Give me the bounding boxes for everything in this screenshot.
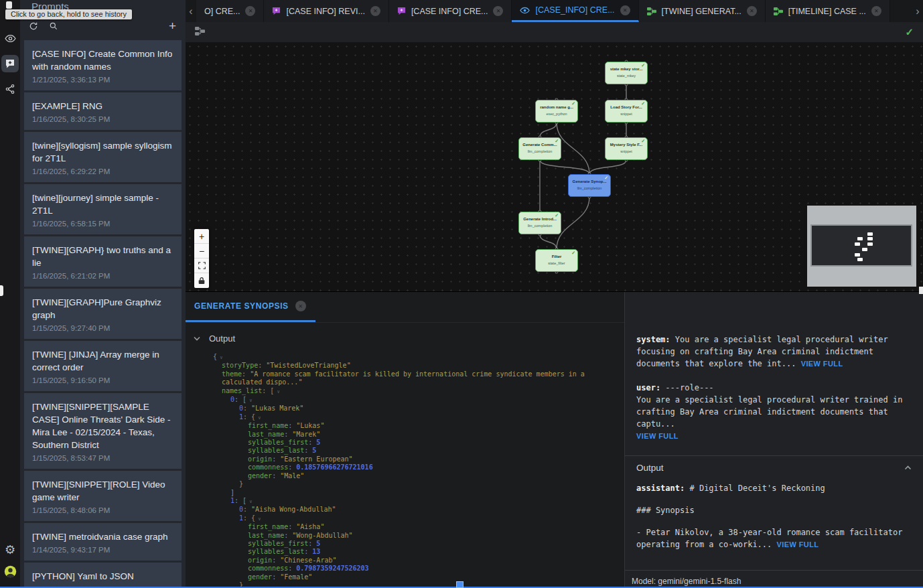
prompt-list-item[interactable]: [TWINE] metroidvania case graph1/14/2025…	[24, 523, 182, 561]
scrollbar-thumb[interactable]	[456, 581, 464, 588]
graph-canvas[interactable]: + − state mkey stor...state_mkey✓random …	[186, 42, 923, 291]
graph-node-filter[interactable]: Filterstate_filter✓	[535, 249, 578, 272]
prompt-timestamp: 1/15/2025, 8:48:06 PM	[32, 506, 173, 514]
prompt-list-item[interactable]: [EXAMPLE] RNG1/16/2025, 8:30:25 PM	[24, 92, 182, 130]
prompt-title: [TWINE] [JINJA] Array merge in correct o…	[32, 348, 173, 374]
code-line: calculated dispo..."	[213, 378, 624, 386]
code-line: origin: "Chinese-Arab"	[213, 557, 624, 565]
code-line: last_name: "Marek"	[213, 431, 624, 439]
prompt-title: [TWINE][GRAPH]Pure Graphviz graph	[32, 296, 173, 321]
lock-button[interactable]	[194, 273, 209, 288]
check-icon: ✓	[641, 63, 645, 68]
search-icon[interactable]	[49, 21, 58, 31]
minimap-node	[855, 253, 860, 256]
tabs-scroll-right-icon[interactable]: ›	[912, 0, 923, 22]
flow-icon	[647, 7, 656, 16]
tab-case-info-cre[interactable]: [CASE INFO] CRE...✕	[389, 0, 512, 22]
close-icon[interactable]: ✕	[245, 6, 255, 16]
tab-label: [CASE_INFO] CRE...	[535, 5, 614, 15]
tab-case-info-cre[interactable]: [CASE_INFO] CRE...✕	[512, 0, 638, 22]
graph-node-mystery_style[interactable]: Mystery Style F...snippet✓	[605, 137, 648, 160]
node-subtitle: llm_completion	[569, 186, 610, 191]
graph-node-gen_synopsis[interactable]: Generate Synop...llm_completion✓	[568, 174, 611, 197]
graph-node-gen_common[interactable]: Generate Comm...llm_completion✓	[518, 137, 561, 160]
tab-label: O] CRE...	[204, 7, 240, 16]
tabs-scroll-left-icon[interactable]: ‹	[186, 0, 196, 22]
close-icon[interactable]: ✕	[295, 301, 306, 311]
account-avatar[interactable]	[1, 563, 19, 580]
close-icon[interactable]: ✕	[871, 6, 881, 16]
right-output-header[interactable]: Output	[625, 456, 923, 478]
node-subtitle: state_filter	[536, 261, 577, 266]
graph-node-load_story[interactable]: Load Story For...snippet✓	[605, 100, 648, 123]
assistant-view-full-link[interactable]: VIEW FULL	[777, 540, 819, 548]
close-icon[interactable]: ✕	[747, 6, 757, 16]
code-line: syllables_last: 13	[213, 548, 624, 556]
zoom-out-button[interactable]: −	[194, 244, 209, 259]
check-icon: ✓	[555, 213, 559, 218]
saved-check-icon: ✓	[905, 26, 914, 38]
code-line: gender: "Male"	[213, 472, 624, 480]
assistant-text: # Digital Deceit's Reckoning	[685, 484, 825, 493]
prompt-list-item[interactable]: [TWINE][GRAPH} two truths and a lie1/16/…	[24, 236, 182, 287]
prompt-list-item[interactable]: [TWINE][SNIPPET][SAMPLE CASE] Online Thr…	[24, 393, 182, 469]
right-output-label: Output	[636, 463, 664, 473]
prompt-title: [PYTHON] Yaml to JSON	[32, 570, 173, 583]
node-subtitle: llm_completion	[519, 224, 561, 228]
add-prompt-button[interactable]: +	[169, 21, 176, 31]
zoom-in-button[interactable]: +	[194, 229, 209, 244]
user-view-full-link[interactable]: VIEW FULL	[636, 432, 679, 440]
close-icon[interactable]: ✕	[493, 6, 503, 16]
canvas-controls: + −	[194, 229, 209, 288]
result-tab-label: GENERATE SYNOPSIS	[194, 301, 289, 311]
tab-o-cre[interactable]: O] CRE...✕	[196, 0, 264, 22]
graph-node-state_mkey[interactable]: state mkey stor...state_mkey✓	[605, 62, 648, 84]
close-icon[interactable]: ✕	[370, 6, 380, 16]
minimap-node	[862, 248, 867, 251]
tab-twine-generat[interactable]: [TWINE] GENERAT...✕	[639, 0, 766, 22]
prompt-list-item[interactable]: [TWINE][GRAPH]Pure Graphviz graph1/15/20…	[24, 289, 182, 339]
user-label: user:	[636, 383, 660, 392]
graph-node-random_name[interactable]: random name g...exec_python✓	[535, 100, 578, 123]
assistant-label: assistant:	[636, 484, 685, 493]
node-subtitle: exec_python	[536, 112, 577, 117]
settings-gear-icon[interactable]: ⚙	[1, 541, 19, 559]
prompt-list-item[interactable]: [CASE INFO] Create Common Info with rand…	[24, 40, 182, 90]
check-icon: ✓	[555, 139, 559, 144]
panel-resize-handle-right[interactable]	[919, 287, 923, 294]
fit-view-button[interactable]	[194, 259, 209, 273]
workflow-share-icon[interactable]	[1, 80, 19, 98]
close-icon[interactable]: ✕	[620, 5, 630, 15]
result-tab-generate-synopsis[interactable]: GENERATE SYNOPSIS ✕	[186, 292, 315, 322]
prompt-list-item[interactable]: [TWINE] [JINJA] Array merge in correct o…	[24, 341, 182, 391]
node-subtitle: snippet	[606, 149, 647, 154]
tab-label: [TIMELINE] CASE ...	[788, 7, 866, 16]
code-line: { ∨	[213, 353, 624, 362]
prompts-chat-add-icon[interactable]	[1, 55, 19, 72]
output-section-header[interactable]: Output	[186, 323, 624, 350]
system-label: system:	[636, 335, 670, 344]
graph-node-gen_intro[interactable]: Generate Introd...llm_completion✓	[518, 212, 561, 234]
user-role-line: ---role---	[660, 383, 713, 392]
code-line: syllables_first: 5	[213, 540, 624, 548]
minimap-node	[855, 242, 860, 246]
output-section-label: Output	[209, 334, 235, 344]
minimap-node	[867, 242, 873, 246]
prompt-timestamp: 1/21/2025, 3:36:13 PM	[32, 76, 173, 84]
panel-resize-handle-left[interactable]	[0, 285, 3, 296]
prompt-list-item[interactable]: [twine][journey] simple sample - 2T1L1/1…	[24, 184, 182, 234]
node-details-panel: system: You are a specialist legal proce…	[624, 292, 923, 588]
main-area: ‹ O] CRE...✕[CASE INFO] REVI...✕[CASE IN…	[186, 0, 923, 588]
system-view-full-link[interactable]: VIEW FULL	[801, 360, 843, 368]
minimap-node	[867, 237, 873, 240]
prompt-list-item[interactable]: [PYTHON] Yaml to JSON	[24, 563, 182, 588]
prompt-list-item[interactable]: [twine][syllogism] sample syllogism for …	[24, 132, 182, 182]
prompts-list: [CASE INFO] Create Common Info with rand…	[24, 40, 182, 588]
minimap-viewport	[810, 224, 912, 267]
tab-case-info-revi[interactable]: [CASE INFO] REVI...✕	[264, 0, 388, 22]
eye-icon[interactable]	[1, 29, 19, 47]
minimap[interactable]	[807, 206, 916, 287]
prompt-list-item[interactable]: [TWINE][SNIPPET][ROLE] Video game writer…	[24, 471, 182, 521]
tab-timeline-case[interactable]: [TIMELINE] CASE ...✕	[766, 0, 890, 22]
refresh-icon[interactable]	[29, 21, 38, 31]
